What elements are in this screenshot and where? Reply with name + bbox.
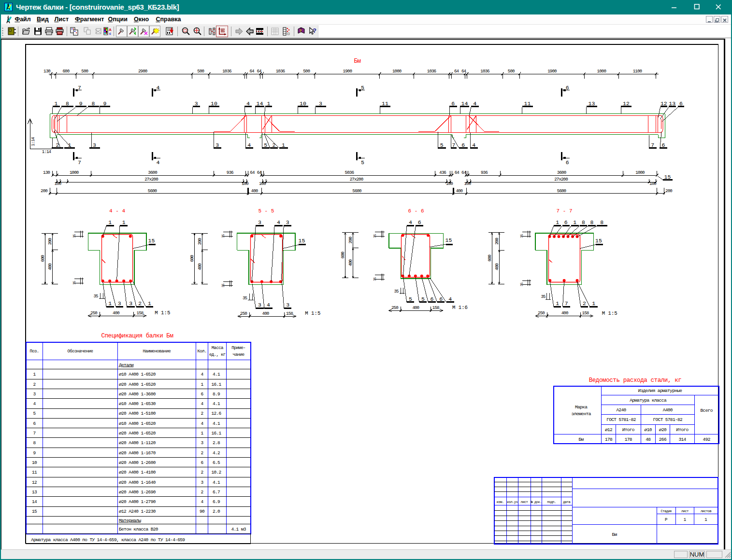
svg-text:266: 266 xyxy=(659,437,667,442)
svg-text:12: 12 xyxy=(32,480,37,485)
svg-text:11: 11 xyxy=(524,100,531,107)
svg-text:1: 1 xyxy=(108,219,112,225)
svg-text:936: 936 xyxy=(227,170,233,175)
svg-text:ø20 А400 1-3600: ø20 А400 1-3600 xyxy=(119,392,156,397)
svg-text:Детали: Детали xyxy=(119,363,133,368)
svg-text:64: 64 xyxy=(257,69,262,74)
svg-text:35: 35 xyxy=(373,234,377,238)
svg-text:1900: 1900 xyxy=(343,69,352,74)
svg-text:Марка: Марка xyxy=(575,405,588,410)
svg-text:100: 100 xyxy=(446,181,453,186)
svg-text:400: 400 xyxy=(348,260,353,266)
svg-text:10.2: 10.2 xyxy=(211,470,221,475)
svg-text:5: 5 xyxy=(264,142,267,148)
svg-text:200: 200 xyxy=(47,238,53,245)
svg-text:ø20 А400 1-2790: ø20 А400 1-2790 xyxy=(119,499,156,504)
svg-text:5600: 5600 xyxy=(352,188,361,194)
svg-text:3: 3 xyxy=(319,100,322,107)
svg-text:4.1: 4.1 xyxy=(213,372,220,377)
svg-text:Материалы: Материалы xyxy=(119,518,141,523)
svg-text:ø20 А400 1-2690: ø20 А400 1-2690 xyxy=(119,490,156,495)
svg-text:7: 7 xyxy=(565,300,568,307)
svg-text:4.1: 4.1 xyxy=(213,480,220,485)
svg-text:64: 64 xyxy=(454,69,459,74)
svg-text:4: 4 xyxy=(247,142,251,148)
svg-text:35: 35 xyxy=(72,281,76,285)
svg-text:1036: 1036 xyxy=(222,69,231,74)
svg-text:600: 600 xyxy=(340,252,345,259)
svg-text:5 - 5: 5 - 5 xyxy=(258,208,274,214)
svg-text:2900: 2900 xyxy=(138,69,147,74)
svg-text:158: 158 xyxy=(582,310,589,316)
svg-text:13: 13 xyxy=(669,100,675,107)
svg-text:чание: чание xyxy=(233,352,244,357)
svg-text:250: 250 xyxy=(240,311,247,316)
svg-text:4: 4 xyxy=(473,100,476,107)
svg-text:3: 3 xyxy=(195,100,198,107)
svg-text:11: 11 xyxy=(32,470,37,475)
svg-text:8: 8 xyxy=(590,219,594,225)
svg-text:5: 5 xyxy=(409,296,412,302)
svg-text:100: 100 xyxy=(259,181,266,186)
svg-text:Наименование: Наименование xyxy=(143,349,171,354)
svg-text:ед., кг: ед., кг xyxy=(209,352,226,357)
svg-text:4: 4 xyxy=(33,401,36,406)
svg-text:1: 1 xyxy=(684,518,686,522)
svg-text:2: 2 xyxy=(201,470,204,475)
svg-text:ø20 А400 1-1120: ø20 А400 1-1120 xyxy=(119,440,156,446)
svg-text:1: 1 xyxy=(55,100,58,107)
svg-text:3: 3 xyxy=(93,142,96,148)
svg-text:8: 8 xyxy=(66,100,69,107)
svg-text:178: 178 xyxy=(625,437,632,442)
svg-text:1000: 1000 xyxy=(597,69,606,74)
svg-text:500: 500 xyxy=(197,69,204,74)
svg-text:5: 5 xyxy=(361,84,364,91)
svg-text:4: 4 xyxy=(201,499,204,504)
svg-text:4: 4 xyxy=(267,302,270,308)
svg-text:12: 12 xyxy=(660,100,667,107)
svg-text:ø10 А400 1-6520: ø10 А400 1-6520 xyxy=(119,421,156,426)
svg-text:16.1: 16.1 xyxy=(211,382,221,387)
svg-text:250: 250 xyxy=(90,310,97,316)
svg-text:2: 2 xyxy=(138,300,142,307)
svg-text:6: 6 xyxy=(461,142,465,148)
svg-text:64: 64 xyxy=(461,170,467,175)
svg-text:5036: 5036 xyxy=(345,170,354,175)
svg-text:250: 250 xyxy=(538,310,545,316)
svg-text:1: 1 xyxy=(201,431,204,436)
svg-text:4.1: 4.1 xyxy=(213,421,220,426)
svg-text:9: 9 xyxy=(33,450,36,456)
svg-text:1:14: 1:14 xyxy=(42,149,52,154)
svg-text:16.1: 16.1 xyxy=(211,431,221,436)
svg-text:3: 3 xyxy=(129,300,132,307)
svg-text:ø12 А240 1-2230: ø12 А240 1-2230 xyxy=(119,509,156,514)
svg-text:3: 3 xyxy=(201,440,204,446)
svg-text:6: 6 xyxy=(201,460,204,465)
svg-text:ø10: ø10 xyxy=(645,427,652,433)
svg-text:35: 35 xyxy=(520,234,524,238)
svg-text:10: 10 xyxy=(211,100,217,107)
svg-text:8: 8 xyxy=(582,219,585,225)
svg-text:35: 35 xyxy=(221,234,225,238)
svg-text:35: 35 xyxy=(243,296,247,301)
svg-text:3: 3 xyxy=(215,142,219,148)
svg-text:1: 1 xyxy=(556,219,559,225)
svg-text:листов: листов xyxy=(701,509,712,513)
svg-text:15: 15 xyxy=(445,237,452,243)
svg-text:2.0: 2.0 xyxy=(213,509,220,514)
svg-text:14: 14 xyxy=(461,100,468,107)
svg-text:Итого: Итого xyxy=(676,427,689,433)
svg-text:ГОСТ 5781-82: ГОСТ 5781-82 xyxy=(606,417,636,422)
svg-text:5: 5 xyxy=(440,142,444,148)
svg-text:11: 11 xyxy=(382,100,388,107)
svg-text:130: 130 xyxy=(43,69,50,74)
svg-text:10: 10 xyxy=(32,460,37,465)
svg-text:А240: А240 xyxy=(616,407,626,413)
svg-text:Приме-: Приме- xyxy=(231,346,245,350)
svg-text:6: 6 xyxy=(431,296,434,302)
svg-text:35: 35 xyxy=(541,294,545,299)
svg-text:1: 1 xyxy=(201,382,204,387)
svg-text:400: 400 xyxy=(262,311,269,316)
svg-text:Спецификация балки Бм: Спецификация балки Бм xyxy=(101,333,173,339)
svg-text:400: 400 xyxy=(47,264,53,270)
